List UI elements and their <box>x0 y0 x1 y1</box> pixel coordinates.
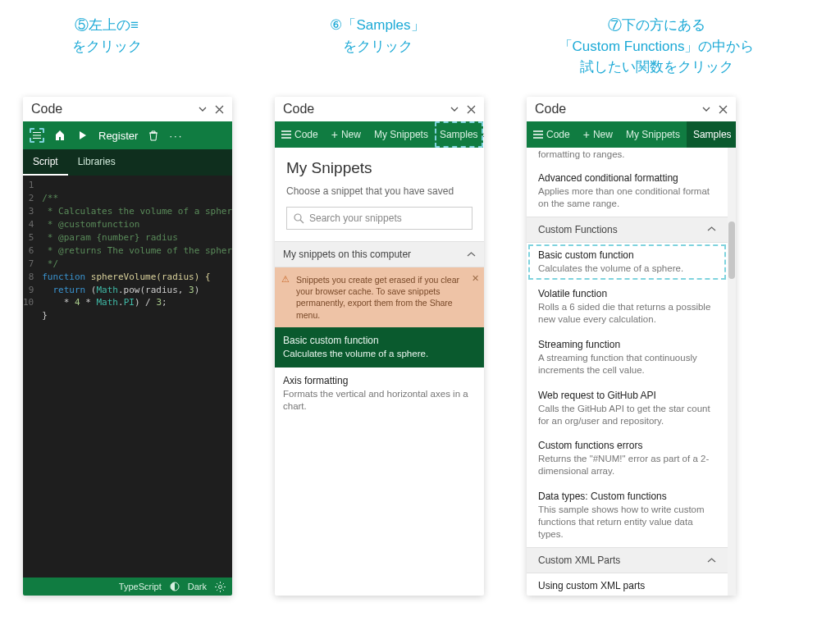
sample-github-api[interactable]: Web request to GitHub API Calls the GitH… <box>527 383 728 434</box>
sample-cf-errors[interactable]: Custom functions errors Returns the "#NU… <box>527 433 728 484</box>
chevron-up-icon <box>467 250 476 259</box>
nav-new[interactable]: +New <box>577 121 619 148</box>
nav-new[interactable]: +New <box>325 121 368 148</box>
status-lang[interactable]: TypeScript <box>119 582 162 591</box>
nav-tabs: Code +New My Snippets Samples › <box>527 121 736 148</box>
search-placeholder: Search your snippets <box>309 212 402 224</box>
close-icon[interactable] <box>211 101 227 117</box>
chevron-down-icon[interactable] <box>698 101 714 117</box>
pane-title: Code <box>31 102 62 116</box>
scrollbar[interactable] <box>728 148 736 596</box>
snippets-body: My Snippets Choose a snippet that you ha… <box>275 148 484 596</box>
caption-5: ⑤左上の≡をクリック <box>41 15 172 57</box>
samples-list: formatting to ranges. Advanced condition… <box>527 148 728 596</box>
register-button[interactable]: Register <box>98 130 138 142</box>
pane-title: Code <box>535 102 566 116</box>
chevron-down-icon[interactable] <box>446 101 463 117</box>
page-subtitle: Choose a snippet that you have saved <box>286 185 472 197</box>
scrollbar-thumb[interactable] <box>728 221 735 279</box>
trash-icon[interactable] <box>146 128 161 143</box>
code-content: /** * Calculates the volume of a sphere.… <box>39 176 232 578</box>
page-title: My Snippets <box>286 159 472 177</box>
panel-my-snippets: Code Code +New My Snippets Samples › My … <box>275 97 484 596</box>
chevron-up-icon <box>707 556 716 565</box>
search-icon <box>294 213 304 224</box>
sample-custom-xml[interactable]: Using custom XML parts Creates, sets, ge… <box>527 573 728 596</box>
list-fragment-top: formatting to ranges. <box>527 148 728 166</box>
status-theme[interactable]: Dark <box>188 582 207 591</box>
nav-my-snippets[interactable]: My Snippets <box>619 121 687 148</box>
status-bar: TypeScript Dark <box>23 578 232 596</box>
theme-icon[interactable] <box>170 582 180 591</box>
section-my-snippets[interactable]: My snippets on this computer <box>275 241 484 267</box>
cache-warning: Snippets you create get erased if you cl… <box>275 267 484 327</box>
sample-advanced-conditional[interactable]: Advanced conditional formatting Applies … <box>527 166 728 217</box>
home-icon[interactable] <box>52 128 67 143</box>
close-icon[interactable] <box>463 101 479 117</box>
caption-6: ⑥「Samples」をクリック <box>295 15 459 57</box>
search-input[interactable]: Search your snippets <box>286 207 472 230</box>
sample-streaming[interactable]: Streaming function A streaming function … <box>527 332 728 383</box>
nav-samples[interactable]: Samples <box>687 121 736 148</box>
warning-close-icon[interactable]: ✕ <box>472 272 479 285</box>
caption-7: ⑦下の方にある「Custom Functions」の中から試したい関数をクリック <box>509 15 804 78</box>
category-custom-xml[interactable]: Custom XML Parts <box>527 547 728 573</box>
snippet-item-axis[interactable]: Axis formatting Formats the vertical and… <box>275 368 484 420</box>
nav-my-snippets[interactable]: My Snippets <box>368 121 435 148</box>
sample-volatile[interactable]: Volatile function Rolls a 6 sided die th… <box>527 281 728 332</box>
titlebar: Code <box>23 97 232 121</box>
category-custom-functions[interactable]: Custom Functions <box>527 217 728 243</box>
close-icon[interactable] <box>714 101 731 117</box>
tab-script[interactable]: Script <box>23 149 68 176</box>
chevron-down-icon[interactable] <box>194 101 211 117</box>
hamburger-icon[interactable] <box>30 128 44 143</box>
nav-samples[interactable]: Samples <box>435 121 483 148</box>
titlebar: Code <box>527 97 736 121</box>
editor-toolbar: Register ··· <box>23 121 232 149</box>
line-gutter: 12345678910 <box>23 176 39 578</box>
tabs-overflow-icon[interactable]: › <box>483 121 484 148</box>
panel-code-editor: Code Register ··· Script Libraries 12345… <box>23 97 232 596</box>
more-icon[interactable]: ··· <box>169 130 183 142</box>
code-editor[interactable]: 12345678910 /** * Calculates the volume … <box>23 176 232 578</box>
titlebar: Code <box>275 97 484 121</box>
play-icon[interactable] <box>75 128 90 143</box>
sample-basic-custom-function[interactable]: Basic custom function Calculates the vol… <box>527 243 728 281</box>
chevron-up-icon <box>707 225 716 234</box>
pane-title: Code <box>283 102 314 116</box>
editor-tabs: Script Libraries <box>23 149 232 176</box>
nav-code[interactable]: Code <box>275 121 325 148</box>
nav-code[interactable]: Code <box>527 121 577 148</box>
svg-point-1 <box>219 585 222 588</box>
tab-libraries[interactable]: Libraries <box>68 149 126 176</box>
sample-data-types[interactable]: Data types: Custom functions This sample… <box>527 484 728 547</box>
svg-point-2 <box>294 214 301 221</box>
panel-samples: Code Code +New My Snippets Samples › for… <box>527 97 736 596</box>
nav-tabs: Code +New My Snippets Samples › <box>275 121 484 148</box>
snippet-item-basic[interactable]: Basic custom function Calculates the vol… <box>275 327 484 368</box>
gear-icon[interactable] <box>215 582 226 592</box>
